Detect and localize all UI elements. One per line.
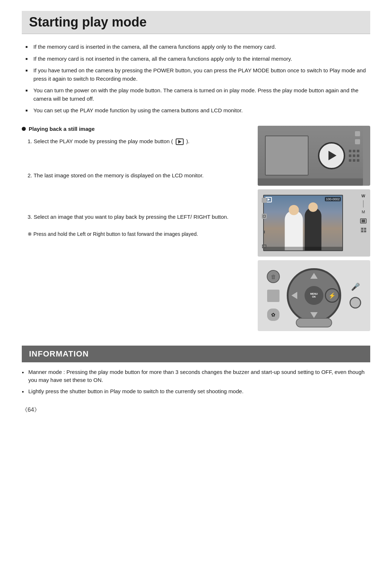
information-bullets: Manner mode : Pressing the play mode but… <box>22 368 370 396</box>
step-3: 3. Select an image that you want to play… <box>22 213 243 221</box>
main-content: Playing back a still image 1. Select the… <box>22 126 370 331</box>
camera-bottom-strip <box>258 178 363 186</box>
left-icon <box>262 198 267 203</box>
dot <box>353 159 355 162</box>
menu-ok-label: MENU <box>310 293 318 295</box>
camera-image-1 <box>258 126 370 186</box>
camera-left-icons: ▮ <box>261 189 268 257</box>
flash-button[interactable]: ⚡ <box>325 288 339 303</box>
left-control-icon <box>267 290 279 302</box>
step-2-number: 2. <box>28 172 32 178</box>
groom-figure <box>305 208 322 250</box>
bullet-5: You can set up the PLAY mode function by… <box>25 106 370 115</box>
note-symbol: ※ <box>28 231 32 237</box>
step-3-number: 3. <box>28 214 32 220</box>
ok-label: OK <box>312 295 316 298</box>
steps-column: Playing back a still image 1. Select the… <box>22 126 243 331</box>
flower-icon: ✿ <box>271 312 275 318</box>
intro-bullets: If the memory card is inserted in the ca… <box>22 43 370 115</box>
step-2-text: The last image stored on the memory is d… <box>33 172 204 178</box>
camera-mode-labels: W M <box>360 194 367 233</box>
section-heading-text: Playing back a still image <box>29 126 95 132</box>
step-1-text: Select the PLAY mode by pressing the pla… <box>34 138 173 144</box>
information-heading: INFORMATION <box>29 349 363 359</box>
step-3-text: Select an image that you want to play ba… <box>34 214 229 220</box>
images-column: W M <box>258 126 370 331</box>
microphone-icon: 🎤 <box>351 282 360 291</box>
grid-cell <box>364 230 366 232</box>
section-heading: Playing back a still image <box>22 126 243 132</box>
flower-button[interactable]: ✿ <box>267 309 279 321</box>
bullet-4: You can turn the power on with the play … <box>25 86 370 103</box>
inline-play-button-icon <box>176 138 184 145</box>
note: ※ Press and hold the Left or Right butto… <box>22 230 243 238</box>
note-text: Press and hold the Left or Right button … <box>33 231 198 237</box>
info-bullet-2: Lightly press the shutter button in Play… <box>22 387 370 396</box>
bullet-2: If the memory card is not inserted in th… <box>25 55 370 63</box>
grid-icon <box>360 227 366 233</box>
camera-side-buttons <box>355 131 360 144</box>
camera-dots-grid <box>349 150 359 162</box>
photo-bottom-bar <box>264 247 342 250</box>
dot <box>357 150 359 152</box>
page-title: Starting play mode <box>29 15 363 30</box>
bride-figure <box>285 210 303 250</box>
camera-controls: 🗑 ✿ <box>258 260 370 331</box>
step-1-text2: ). <box>186 138 189 144</box>
lcd-photo: 100-0002 <box>263 195 343 251</box>
camera-screen-area <box>265 136 309 176</box>
lightning-icon: ⚡ <box>328 292 336 299</box>
page-number: 《64》 <box>22 406 370 414</box>
mode-w: W <box>362 194 365 198</box>
battery-icon: ▮ <box>263 230 265 234</box>
information-box: INFORMATION <box>22 346 370 362</box>
trash-icon: 🗑 <box>271 274 276 280</box>
left-icon <box>262 214 267 219</box>
trash-button[interactable]: 🗑 <box>267 270 280 283</box>
mode-divider <box>363 200 364 208</box>
info-bullet-1: Manner mode : Pressing the play mode but… <box>22 368 370 384</box>
photo-number-label: 100-0002 <box>325 197 341 201</box>
section-bullet-dot <box>22 127 26 131</box>
grid-cell <box>364 228 366 230</box>
bullet-3: If you have turned on the camera by pres… <box>25 67 370 83</box>
dpad-down-arrow <box>310 312 318 318</box>
play-button-circle <box>318 142 345 169</box>
timer-button[interactable] <box>350 297 361 309</box>
side-button <box>355 131 360 136</box>
dot <box>349 159 351 162</box>
grid-cell <box>361 230 363 232</box>
dpad-left-arrow <box>291 292 297 299</box>
dot <box>357 159 359 162</box>
mode-icon <box>362 219 365 222</box>
mode-icon-box <box>360 218 367 223</box>
step-2: 2. The last image stored on the memory i… <box>22 171 243 180</box>
camera-body-2: W M <box>258 189 370 257</box>
grid-cell <box>361 228 363 230</box>
cam3-left-controls: 🗑 ✿ <box>267 270 280 321</box>
bottom-control-strip <box>296 318 332 327</box>
dpad-up-arrow <box>310 273 318 279</box>
dot <box>349 154 351 157</box>
mode-m: M <box>362 210 365 214</box>
dot <box>353 150 355 152</box>
ntsc-icon <box>262 245 266 248</box>
dot <box>349 150 351 152</box>
play-triangle <box>178 140 181 144</box>
dot <box>357 154 359 157</box>
couple-silhouette <box>285 208 322 250</box>
bullet-1: If the memory card is inserted in the ca… <box>25 43 370 51</box>
dot <box>353 154 355 157</box>
menu-ok-button[interactable]: MENU OK <box>305 286 323 305</box>
step-1-number: 1. <box>28 138 32 144</box>
play-button-icon <box>328 151 336 160</box>
step-1: 1. Select the PLAY mode by pressing the … <box>22 137 243 146</box>
camera-image-2: W M <box>258 189 370 257</box>
cam3-right-controls: 🎤 <box>350 282 361 309</box>
page-title-bar: Starting play mode <box>22 11 370 34</box>
side-button <box>355 139 360 144</box>
camera-image-3: 🗑 ✿ <box>258 260 370 331</box>
